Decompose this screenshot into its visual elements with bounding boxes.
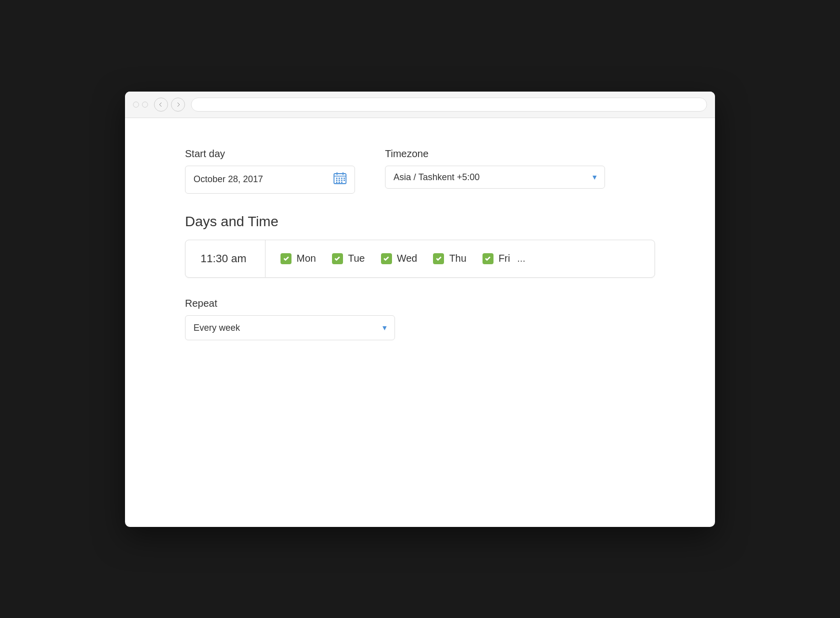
timezone-group: Timezone Asia / Tashkent +5:00 UTC +0:00… <box>385 148 605 194</box>
time-cell[interactable]: 11:30 am <box>186 240 266 277</box>
thu-checkbox[interactable] <box>433 253 444 264</box>
day-wed[interactable]: Wed <box>381 253 418 264</box>
timezone-wrapper: Asia / Tashkent +5:00 UTC +0:00 America … <box>385 166 605 189</box>
svg-rect-5 <box>338 178 340 179</box>
more-days-indicator: ... <box>517 253 526 264</box>
nav-controls <box>154 98 185 112</box>
content-area: Start day October 28, 2017 <box>125 118 715 527</box>
forward-button[interactable] <box>171 98 185 112</box>
repeat-select-wrapper: Every week Every day Every month Never ▼ <box>185 315 395 340</box>
repeat-label: Repeat <box>185 298 655 309</box>
day-thu[interactable]: Thu <box>433 253 466 264</box>
date-picker[interactable]: October 28, 2017 <box>185 166 355 194</box>
svg-rect-7 <box>344 178 345 179</box>
repeat-select[interactable]: Every week Every day Every month Never <box>185 315 395 340</box>
main-window: Start day October 28, 2017 <box>125 92 715 527</box>
svg-rect-14 <box>341 182 342 183</box>
mon-label: Mon <box>296 253 316 264</box>
tue-checkbox[interactable] <box>332 253 343 264</box>
top-fields-row: Start day October 28, 2017 <box>185 148 655 194</box>
svg-rect-13 <box>338 182 340 183</box>
svg-rect-11 <box>344 180 345 181</box>
svg-rect-9 <box>338 180 340 181</box>
svg-rect-8 <box>336 180 338 181</box>
fri-label: Fri <box>498 253 510 264</box>
svg-rect-12 <box>336 182 338 183</box>
tue-label: Tue <box>348 253 365 264</box>
start-day-label: Start day <box>185 148 355 160</box>
svg-rect-4 <box>336 178 338 179</box>
day-mon[interactable]: Mon <box>280 253 316 264</box>
days-time-section: Days and Time 11:30 am Mon <box>185 214 655 278</box>
thu-label: Thu <box>449 253 466 264</box>
days-time-title: Days and Time <box>185 214 655 230</box>
time-value: 11:30 am <box>200 252 246 265</box>
svg-rect-10 <box>341 180 342 181</box>
close-button[interactable] <box>133 102 139 108</box>
days-cell: Mon Tue Wed <box>266 240 654 277</box>
wed-label: Wed <box>397 253 418 264</box>
start-day-group: Start day October 28, 2017 <box>185 148 355 194</box>
back-button[interactable] <box>154 98 168 112</box>
minimize-button[interactable] <box>142 102 148 108</box>
calendar-icon <box>334 172 346 187</box>
svg-rect-6 <box>341 178 342 179</box>
mon-checkbox[interactable] <box>280 253 292 264</box>
day-tue[interactable]: Tue <box>332 253 365 264</box>
day-fri[interactable]: Fri ... <box>482 253 526 264</box>
titlebar <box>125 92 715 118</box>
traffic-lights <box>133 102 148 108</box>
fri-checkbox[interactable] <box>482 253 494 264</box>
timezone-select[interactable]: Asia / Tashkent +5:00 UTC +0:00 America … <box>385 166 605 189</box>
timezone-label: Timezone <box>385 148 605 160</box>
wed-checkbox[interactable] <box>381 253 392 264</box>
repeat-section: Repeat Every week Every day Every month … <box>185 298 655 340</box>
date-value: October 28, 2017 <box>194 174 334 185</box>
address-bar[interactable] <box>191 98 707 112</box>
days-time-box: 11:30 am Mon Tue <box>185 240 655 278</box>
